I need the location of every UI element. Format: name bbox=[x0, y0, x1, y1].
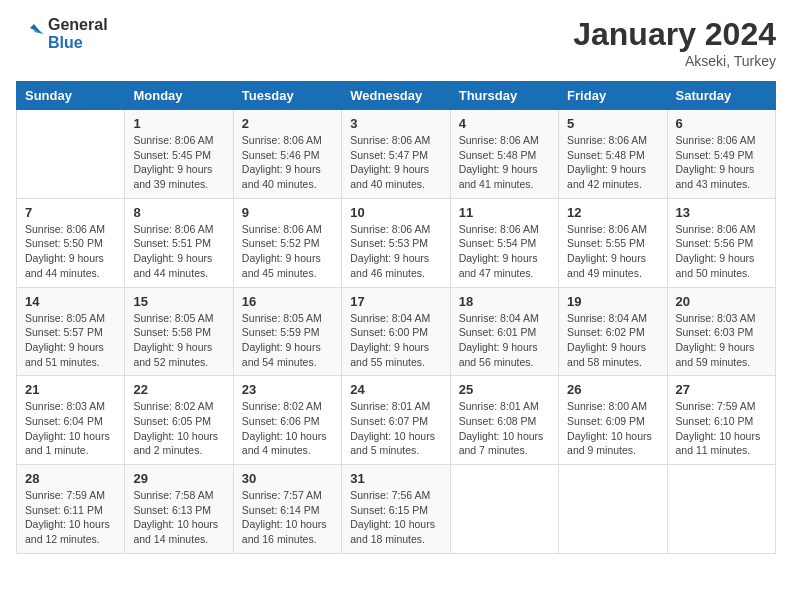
day-number: 10 bbox=[350, 205, 441, 220]
day-info: Sunrise: 8:06 AM Sunset: 5:54 PM Dayligh… bbox=[459, 222, 550, 281]
calendar-cell: 15Sunrise: 8:05 AM Sunset: 5:58 PM Dayli… bbox=[125, 287, 233, 376]
day-number: 22 bbox=[133, 382, 224, 397]
day-info: Sunrise: 8:01 AM Sunset: 6:08 PM Dayligh… bbox=[459, 399, 550, 458]
logo-bird-icon bbox=[16, 20, 44, 48]
calendar-cell: 12Sunrise: 8:06 AM Sunset: 5:55 PM Dayli… bbox=[559, 198, 667, 287]
day-number: 16 bbox=[242, 294, 333, 309]
week-row-4: 21Sunrise: 8:03 AM Sunset: 6:04 PM Dayli… bbox=[17, 376, 776, 465]
day-number: 18 bbox=[459, 294, 550, 309]
calendar-cell: 8Sunrise: 8:06 AM Sunset: 5:51 PM Daylig… bbox=[125, 198, 233, 287]
day-info: Sunrise: 8:06 AM Sunset: 5:48 PM Dayligh… bbox=[459, 133, 550, 192]
day-info: Sunrise: 7:59 AM Sunset: 6:10 PM Dayligh… bbox=[676, 399, 767, 458]
day-number: 28 bbox=[25, 471, 116, 486]
day-number: 21 bbox=[25, 382, 116, 397]
location-subtitle: Akseki, Turkey bbox=[573, 53, 776, 69]
day-number: 9 bbox=[242, 205, 333, 220]
calendar-cell: 24Sunrise: 8:01 AM Sunset: 6:07 PM Dayli… bbox=[342, 376, 450, 465]
calendar-cell: 11Sunrise: 8:06 AM Sunset: 5:54 PM Dayli… bbox=[450, 198, 558, 287]
day-info: Sunrise: 7:59 AM Sunset: 6:11 PM Dayligh… bbox=[25, 488, 116, 547]
calendar-cell: 27Sunrise: 7:59 AM Sunset: 6:10 PM Dayli… bbox=[667, 376, 775, 465]
main-title: January 2024 bbox=[573, 16, 776, 53]
day-number: 19 bbox=[567, 294, 658, 309]
day-number: 11 bbox=[459, 205, 550, 220]
title-block: January 2024 Akseki, Turkey bbox=[573, 16, 776, 69]
day-info: Sunrise: 8:05 AM Sunset: 5:57 PM Dayligh… bbox=[25, 311, 116, 370]
calendar-cell: 28Sunrise: 7:59 AM Sunset: 6:11 PM Dayli… bbox=[17, 465, 125, 554]
calendar-cell: 23Sunrise: 8:02 AM Sunset: 6:06 PM Dayli… bbox=[233, 376, 341, 465]
day-number: 26 bbox=[567, 382, 658, 397]
calendar-table: SundayMondayTuesdayWednesdayThursdayFrid… bbox=[16, 81, 776, 554]
day-info: Sunrise: 8:06 AM Sunset: 5:46 PM Dayligh… bbox=[242, 133, 333, 192]
calendar-cell bbox=[17, 110, 125, 199]
calendar-cell: 14Sunrise: 8:05 AM Sunset: 5:57 PM Dayli… bbox=[17, 287, 125, 376]
day-info: Sunrise: 8:05 AM Sunset: 5:59 PM Dayligh… bbox=[242, 311, 333, 370]
day-info: Sunrise: 8:03 AM Sunset: 6:04 PM Dayligh… bbox=[25, 399, 116, 458]
day-number: 27 bbox=[676, 382, 767, 397]
calendar-cell: 16Sunrise: 8:05 AM Sunset: 5:59 PM Dayli… bbox=[233, 287, 341, 376]
calendar-cell: 4Sunrise: 8:06 AM Sunset: 5:48 PM Daylig… bbox=[450, 110, 558, 199]
day-info: Sunrise: 8:02 AM Sunset: 6:05 PM Dayligh… bbox=[133, 399, 224, 458]
calendar-cell: 22Sunrise: 8:02 AM Sunset: 6:05 PM Dayli… bbox=[125, 376, 233, 465]
day-info: Sunrise: 8:06 AM Sunset: 5:55 PM Dayligh… bbox=[567, 222, 658, 281]
week-row-5: 28Sunrise: 7:59 AM Sunset: 6:11 PM Dayli… bbox=[17, 465, 776, 554]
calendar-header-row: SundayMondayTuesdayWednesdayThursdayFrid… bbox=[17, 82, 776, 110]
calendar-cell: 21Sunrise: 8:03 AM Sunset: 6:04 PM Dayli… bbox=[17, 376, 125, 465]
day-number: 20 bbox=[676, 294, 767, 309]
day-header-tuesday: Tuesday bbox=[233, 82, 341, 110]
calendar-cell: 1Sunrise: 8:06 AM Sunset: 5:45 PM Daylig… bbox=[125, 110, 233, 199]
day-info: Sunrise: 8:04 AM Sunset: 6:01 PM Dayligh… bbox=[459, 311, 550, 370]
day-info: Sunrise: 7:57 AM Sunset: 6:14 PM Dayligh… bbox=[242, 488, 333, 547]
day-info: Sunrise: 8:05 AM Sunset: 5:58 PM Dayligh… bbox=[133, 311, 224, 370]
calendar-cell: 29Sunrise: 7:58 AM Sunset: 6:13 PM Dayli… bbox=[125, 465, 233, 554]
calendar-cell: 3Sunrise: 8:06 AM Sunset: 5:47 PM Daylig… bbox=[342, 110, 450, 199]
day-number: 24 bbox=[350, 382, 441, 397]
calendar-cell: 19Sunrise: 8:04 AM Sunset: 6:02 PM Dayli… bbox=[559, 287, 667, 376]
day-info: Sunrise: 7:58 AM Sunset: 6:13 PM Dayligh… bbox=[133, 488, 224, 547]
day-number: 2 bbox=[242, 116, 333, 131]
calendar-cell bbox=[559, 465, 667, 554]
day-number: 4 bbox=[459, 116, 550, 131]
day-info: Sunrise: 8:03 AM Sunset: 6:03 PM Dayligh… bbox=[676, 311, 767, 370]
page-header: General Blue January 2024 Akseki, Turkey bbox=[16, 16, 776, 69]
day-info: Sunrise: 8:06 AM Sunset: 5:56 PM Dayligh… bbox=[676, 222, 767, 281]
day-number: 7 bbox=[25, 205, 116, 220]
day-info: Sunrise: 8:06 AM Sunset: 5:45 PM Dayligh… bbox=[133, 133, 224, 192]
calendar-cell: 10Sunrise: 8:06 AM Sunset: 5:53 PM Dayli… bbox=[342, 198, 450, 287]
day-header-sunday: Sunday bbox=[17, 82, 125, 110]
day-header-friday: Friday bbox=[559, 82, 667, 110]
day-info: Sunrise: 8:06 AM Sunset: 5:51 PM Dayligh… bbox=[133, 222, 224, 281]
day-number: 8 bbox=[133, 205, 224, 220]
logo: General Blue bbox=[16, 16, 108, 51]
day-header-monday: Monday bbox=[125, 82, 233, 110]
day-info: Sunrise: 8:06 AM Sunset: 5:48 PM Dayligh… bbox=[567, 133, 658, 192]
day-info: Sunrise: 8:04 AM Sunset: 6:00 PM Dayligh… bbox=[350, 311, 441, 370]
day-number: 12 bbox=[567, 205, 658, 220]
day-number: 29 bbox=[133, 471, 224, 486]
calendar-cell: 20Sunrise: 8:03 AM Sunset: 6:03 PM Dayli… bbox=[667, 287, 775, 376]
calendar-cell: 30Sunrise: 7:57 AM Sunset: 6:14 PM Dayli… bbox=[233, 465, 341, 554]
week-row-2: 7Sunrise: 8:06 AM Sunset: 5:50 PM Daylig… bbox=[17, 198, 776, 287]
day-number: 1 bbox=[133, 116, 224, 131]
day-header-wednesday: Wednesday bbox=[342, 82, 450, 110]
calendar-cell: 17Sunrise: 8:04 AM Sunset: 6:00 PM Dayli… bbox=[342, 287, 450, 376]
day-info: Sunrise: 8:00 AM Sunset: 6:09 PM Dayligh… bbox=[567, 399, 658, 458]
day-info: Sunrise: 8:06 AM Sunset: 5:53 PM Dayligh… bbox=[350, 222, 441, 281]
day-number: 30 bbox=[242, 471, 333, 486]
day-number: 17 bbox=[350, 294, 441, 309]
calendar-cell: 6Sunrise: 8:06 AM Sunset: 5:49 PM Daylig… bbox=[667, 110, 775, 199]
day-info: Sunrise: 8:06 AM Sunset: 5:47 PM Dayligh… bbox=[350, 133, 441, 192]
day-info: Sunrise: 8:06 AM Sunset: 5:52 PM Dayligh… bbox=[242, 222, 333, 281]
calendar-cell: 25Sunrise: 8:01 AM Sunset: 6:08 PM Dayli… bbox=[450, 376, 558, 465]
calendar-cell: 18Sunrise: 8:04 AM Sunset: 6:01 PM Dayli… bbox=[450, 287, 558, 376]
week-row-1: 1Sunrise: 8:06 AM Sunset: 5:45 PM Daylig… bbox=[17, 110, 776, 199]
day-number: 6 bbox=[676, 116, 767, 131]
calendar-cell: 2Sunrise: 8:06 AM Sunset: 5:46 PM Daylig… bbox=[233, 110, 341, 199]
calendar-cell: 5Sunrise: 8:06 AM Sunset: 5:48 PM Daylig… bbox=[559, 110, 667, 199]
day-number: 15 bbox=[133, 294, 224, 309]
day-number: 3 bbox=[350, 116, 441, 131]
day-header-saturday: Saturday bbox=[667, 82, 775, 110]
day-number: 14 bbox=[25, 294, 116, 309]
calendar-cell bbox=[667, 465, 775, 554]
day-number: 31 bbox=[350, 471, 441, 486]
day-number: 23 bbox=[242, 382, 333, 397]
